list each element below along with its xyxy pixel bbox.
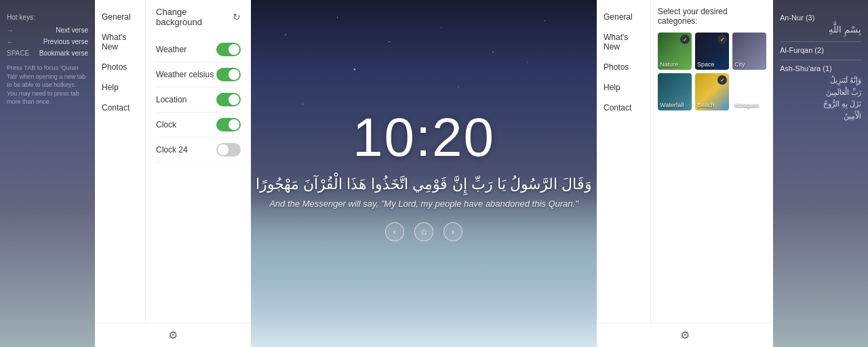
category-space-label: Space	[697, 61, 715, 68]
english-verse: And the Messenger will say, "My Lord, my…	[269, 199, 578, 209]
category-nature[interactable]: Nature ✓	[658, 33, 692, 70]
surah-an-nur-title: An-Nur (3)	[780, 14, 861, 22]
category-mosques[interactable]: Mosques	[732, 73, 766, 110]
setting-weather: Weather	[156, 37, 241, 62]
hotkey-action-space: Bookmark verse	[39, 49, 88, 57]
right-nav-whats-new[interactable]: What's New	[597, 27, 650, 57]
far-right-panel: An-Nur (3) بِسْمِ اللَّهِ Al-Furqan (2) …	[773, 0, 868, 347]
category-nature-check: ✓	[680, 35, 690, 44]
category-beach-check: ✓	[717, 75, 727, 85]
surah-al-furqan: Al-Furqan (2)	[780, 46, 861, 54]
settings-panel-left: General What's New Photos Help Contact C…	[95, 0, 251, 347]
hotkey-key-space: SPACE	[7, 49, 29, 57]
settings-nav: General What's New Photos Help Contact	[95, 0, 146, 323]
nav-contact[interactable]: Contact	[95, 98, 145, 118]
hotkey-prev: ← Previous verse	[7, 38, 88, 45]
clock24-toggle[interactable]	[216, 143, 241, 157]
category-waterfall-label: Waterfall	[660, 102, 684, 108]
center-panel: 10:20 وَقَالَ الرَّسُولُ يَا رَبِّ إِنَّ…	[251, 0, 597, 347]
bookmark-verse-button[interactable]: ☆	[414, 222, 433, 241]
category-beach[interactable]: Beach ✓	[695, 73, 729, 110]
category-space-check: ✓	[717, 35, 727, 44]
setting-clock: Clock	[156, 113, 241, 138]
location-label: Location	[156, 95, 186, 104]
setting-location: Location	[156, 87, 241, 113]
surah-al-furqan-title: Al-Furqan (2)	[780, 46, 861, 54]
weather-celsius-toggle[interactable]	[216, 68, 241, 81]
change-bg-title: Change background	[156, 7, 233, 27]
clock-display: 10:20	[353, 106, 495, 169]
categories-title: Select your desired categories:	[658, 7, 766, 26]
refresh-icon[interactable]: ↻	[233, 12, 241, 22]
arabic-verse: وَقَالَ الرَّسُولُ يَا رَبِّ إِنَّ قَوْم…	[256, 176, 592, 193]
hotkeys-panel: Hot keys: → Next verse ← Previous verse …	[0, 0, 95, 347]
right-nav-help[interactable]: Help	[597, 77, 650, 98]
next-verse-button[interactable]: ›	[443, 222, 462, 241]
hotkey-action-prev: Previous verse	[43, 38, 88, 45]
surah-list: An-Nur (3) بِسْمِ اللَّهِ Al-Furqan (2) …	[780, 14, 861, 123]
category-city[interactable]: City	[732, 33, 766, 70]
right-nav: General What's New Photos Help Contact	[597, 0, 651, 323]
clock-label: Clock	[156, 120, 176, 129]
hotkeys-title: Hot keys:	[7, 14, 88, 21]
weather-toggle-knob	[229, 44, 239, 55]
settings-gear-icon[interactable]: ⚙	[168, 329, 178, 342]
hotkey-key-prev: ←	[7, 38, 14, 45]
right-content: Select your desired categories: Nature ✓…	[651, 0, 773, 323]
hotkey-key-next: →	[7, 26, 14, 34]
nav-help[interactable]: Help	[95, 77, 145, 98]
category-mosques-label: Mosques	[734, 102, 760, 108]
location-toggle[interactable]	[216, 93, 241, 106]
nav-whats-new[interactable]: What's New	[95, 27, 145, 57]
right-gear-icon[interactable]: ⚙	[680, 329, 690, 342]
category-nature-label: Nature	[660, 61, 678, 68]
setting-clock24: Clock 24	[156, 138, 241, 163]
setting-weather-celsius: Weather celsius	[156, 62, 241, 87]
clock-toggle[interactable]	[216, 118, 241, 131]
surah-an-nur-arabic: بِسْمِ اللَّهِ	[780, 24, 861, 36]
surah-an-nur: An-Nur (3) بِسْمِ اللَّهِ	[780, 14, 861, 36]
clock-toggle-knob	[229, 119, 239, 130]
right-settings-panel: General What's New Photos Help Contact S…	[597, 0, 773, 347]
right-footer: ⚙	[597, 323, 773, 347]
category-city-label: City	[734, 61, 745, 68]
hotkey-bookmark: SPACE Bookmark verse	[7, 49, 88, 57]
nav-general[interactable]: General	[95, 7, 145, 27]
settings-footer: ⚙	[95, 323, 251, 347]
category-waterfall[interactable]: Waterfall	[658, 73, 692, 110]
category-beach-label: Beach	[697, 102, 715, 108]
surah-ash-shuara: Ash-Shu'ara (1) وَإِنَّهُ لَتَنزِيلُرَبِ…	[780, 64, 861, 122]
right-nav-photos[interactable]: Photos	[597, 57, 650, 77]
change-bg-header: Change background ↻	[156, 7, 241, 27]
clock24-toggle-knob	[218, 144, 229, 155]
hotkey-next: → Next verse	[7, 26, 88, 34]
surah-ash-shuara-title: Ash-Shu'ara (1)	[780, 64, 861, 73]
clock24-label: Clock 24	[156, 145, 188, 155]
weather-toggle[interactable]	[216, 43, 241, 56]
right-nav-general[interactable]: General	[597, 7, 650, 27]
hotkey-action-next: Next verse	[56, 26, 88, 34]
weather-celsius-toggle-knob	[229, 69, 239, 80]
categories-grid: Nature ✓ Space ✓ City	[658, 33, 766, 110]
prev-verse-button[interactable]: ‹	[385, 222, 404, 241]
category-space[interactable]: Space ✓	[695, 33, 729, 70]
location-toggle-knob	[229, 94, 239, 105]
settings-content: Change background ↻ Weather Weather cels…	[146, 0, 251, 323]
surah-ash-shuara-arabic: وَإِنَّهُ لَتَنزِيلُرَبِّ الْعَالَمِينَن…	[780, 75, 861, 122]
weather-label: Weather	[156, 45, 186, 54]
right-nav-contact[interactable]: Contact	[597, 98, 650, 118]
center-mountain	[251, 198, 597, 347]
nav-photos[interactable]: Photos	[95, 57, 145, 77]
hotkeys-note: Press TAB to focus 'Quran Tab' when open…	[7, 64, 88, 106]
weather-celsius-label: Weather celsius	[156, 70, 214, 79]
verse-controls: ‹ ☆ ›	[385, 222, 462, 241]
